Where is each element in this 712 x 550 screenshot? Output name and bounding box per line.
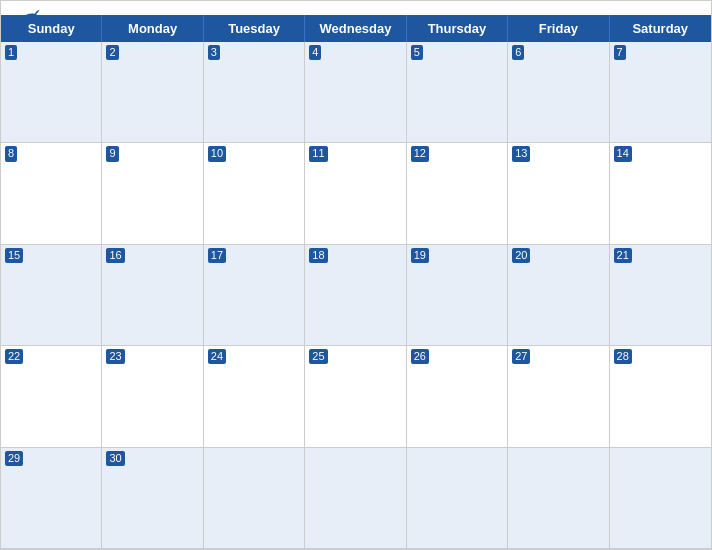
- cal-cell: 1: [1, 42, 102, 143]
- cal-cell: 26: [407, 346, 508, 447]
- cal-cell: 28: [610, 346, 711, 447]
- cal-cell: 16: [102, 245, 203, 346]
- date-number: 13: [512, 146, 530, 161]
- cal-cell: 4: [305, 42, 406, 143]
- calendar: SundayMondayTuesdayWednesdayThursdayFrid…: [0, 0, 712, 550]
- cal-cell: 6: [508, 42, 609, 143]
- cal-cell: 18: [305, 245, 406, 346]
- cal-cell: 30: [102, 448, 203, 549]
- cal-cell: 15: [1, 245, 102, 346]
- date-number: 24: [208, 349, 226, 364]
- date-number: 6: [512, 45, 524, 60]
- date-number: 28: [614, 349, 632, 364]
- date-number: 4: [309, 45, 321, 60]
- logo-bird-icon: [20, 9, 40, 25]
- date-number: 8: [5, 146, 17, 161]
- date-number: 16: [106, 248, 124, 263]
- cal-cell: 5: [407, 42, 508, 143]
- cal-cell: 8: [1, 143, 102, 244]
- date-number: 30: [106, 451, 124, 466]
- cal-cell: 25: [305, 346, 406, 447]
- day-header-wednesday: Wednesday: [305, 15, 406, 42]
- cal-cell: 21: [610, 245, 711, 346]
- cal-cell: 7: [610, 42, 711, 143]
- date-number: 2: [106, 45, 118, 60]
- cal-cell: 27: [508, 346, 609, 447]
- date-number: 10: [208, 146, 226, 161]
- date-number: 25: [309, 349, 327, 364]
- day-headers: SundayMondayTuesdayWednesdayThursdayFrid…: [1, 15, 711, 42]
- date-number: 5: [411, 45, 423, 60]
- cal-cell: [305, 448, 406, 549]
- day-header-tuesday: Tuesday: [204, 15, 305, 42]
- date-number: 17: [208, 248, 226, 263]
- day-header-monday: Monday: [102, 15, 203, 42]
- day-header-saturday: Saturday: [610, 15, 711, 42]
- cal-cell: 13: [508, 143, 609, 244]
- date-number: 21: [614, 248, 632, 263]
- day-header-friday: Friday: [508, 15, 609, 42]
- day-header-thursday: Thursday: [407, 15, 508, 42]
- date-number: 12: [411, 146, 429, 161]
- date-number: 23: [106, 349, 124, 364]
- date-number: 7: [614, 45, 626, 60]
- cal-cell: 23: [102, 346, 203, 447]
- date-number: 29: [5, 451, 23, 466]
- cal-cell: 22: [1, 346, 102, 447]
- cal-cell: 17: [204, 245, 305, 346]
- date-number: 14: [614, 146, 632, 161]
- cal-cell: [610, 448, 711, 549]
- date-number: 18: [309, 248, 327, 263]
- cal-cell: 10: [204, 143, 305, 244]
- date-number: 26: [411, 349, 429, 364]
- date-number: 19: [411, 248, 429, 263]
- logo-area: [17, 9, 40, 25]
- date-number: 1: [5, 45, 17, 60]
- calendar-header: [1, 1, 711, 15]
- date-number: 3: [208, 45, 220, 60]
- date-number: 15: [5, 248, 23, 263]
- date-number: 11: [309, 146, 327, 161]
- cal-cell: [204, 448, 305, 549]
- cal-cell: 12: [407, 143, 508, 244]
- date-number: 22: [5, 349, 23, 364]
- calendar-grid: 1234567891011121314151617181920212223242…: [1, 42, 711, 549]
- cal-cell: 14: [610, 143, 711, 244]
- cal-cell: 19: [407, 245, 508, 346]
- cal-cell: 9: [102, 143, 203, 244]
- date-number: 27: [512, 349, 530, 364]
- cal-cell: [407, 448, 508, 549]
- date-number: 20: [512, 248, 530, 263]
- cal-cell: 11: [305, 143, 406, 244]
- cal-cell: 2: [102, 42, 203, 143]
- cal-cell: 24: [204, 346, 305, 447]
- cal-cell: 3: [204, 42, 305, 143]
- cal-cell: [508, 448, 609, 549]
- cal-cell: 20: [508, 245, 609, 346]
- cal-cell: 29: [1, 448, 102, 549]
- date-number: 9: [106, 146, 118, 161]
